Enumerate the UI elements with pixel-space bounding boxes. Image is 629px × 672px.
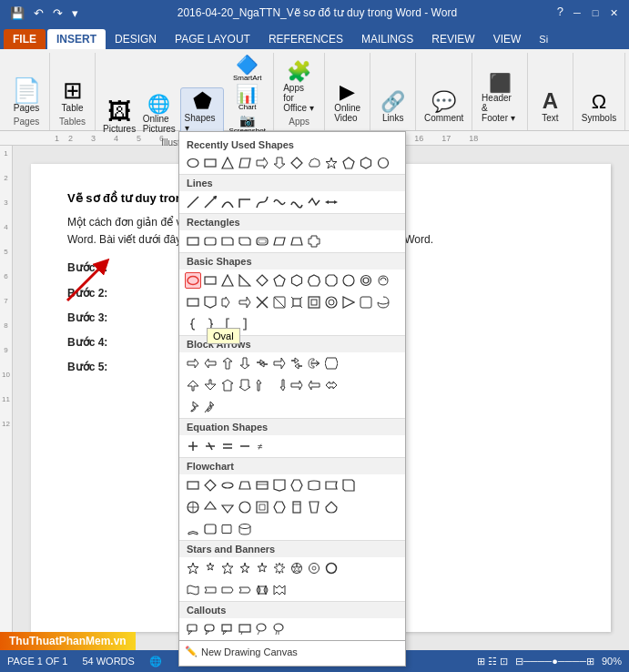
line-freeform[interactable] [306, 194, 322, 210]
line-double-arrow[interactable] [323, 194, 340, 210]
close-btn[interactable]: ✕ [605, 5, 622, 21]
rect-snip[interactable] [219, 233, 236, 249]
fc3[interactable] [219, 477, 236, 494]
fc17[interactable] [289, 499, 305, 515]
banner3[interactable] [219, 582, 236, 598]
ba20[interactable] [202, 399, 218, 415]
shape-bs6[interactable] [271, 294, 288, 311]
fc8[interactable] [306, 477, 322, 494]
shape-bs11[interactable] [358, 294, 374, 311]
ba15[interactable] [271, 377, 288, 393]
tab-insert[interactable]: INSERT [47, 29, 106, 49]
shape-diamond[interactable] [289, 155, 305, 171]
callout4[interactable] [237, 621, 253, 637]
line-s-curve[interactable] [254, 194, 270, 210]
smartart-button[interactable]: 🔷 SmartArt [226, 55, 268, 83]
star9[interactable] [323, 560, 340, 576]
pages-button[interactable]: 📄 Pages [8, 76, 45, 115]
restore-btn[interactable]: □ [587, 5, 604, 21]
callout2[interactable] [202, 621, 218, 637]
tab-file[interactable]: FILE [4, 29, 46, 49]
shape-decagon[interactable] [340, 272, 357, 289]
shape-bs3[interactable] [219, 294, 236, 311]
shape-bs12[interactable] [375, 294, 391, 311]
eq1[interactable] [185, 438, 201, 454]
rect-rounded[interactable] [202, 233, 218, 249]
tab-mailings[interactable]: MAILINGS [352, 29, 422, 49]
shape-octagon[interactable] [323, 272, 340, 289]
shape-oval[interactable] [185, 155, 201, 171]
line-scribble[interactable] [271, 194, 288, 210]
shape-hexagon2[interactable] [289, 272, 305, 289]
shape-oval-basic[interactable] [185, 272, 201, 289]
links-button[interactable]: 🔗 Links [377, 90, 410, 125]
ba16[interactable] [289, 377, 305, 393]
fc15[interactable] [254, 499, 270, 515]
shape-bracket-right[interactable] [237, 316, 253, 332]
eq4[interactable] [237, 438, 253, 454]
tab-page-layout[interactable]: PAGE LAYOUT [166, 29, 259, 49]
fc5[interactable] [254, 477, 270, 494]
header-footer-button[interactable]: ⬛ Header &Footer ▾ [478, 72, 522, 125]
star8[interactable] [306, 560, 322, 576]
fc4[interactable] [237, 477, 253, 494]
shape-gear[interactable] [358, 272, 374, 289]
save-icon[interactable]: 💾 [7, 5, 27, 22]
zoom-slider[interactable]: ⊟────●────⊞ [515, 656, 594, 667]
pictures-button[interactable]: 🖼 Pictures [100, 97, 138, 136]
shape-arrow-right[interactable] [254, 155, 270, 171]
shape-pentagon2[interactable] [271, 272, 288, 289]
shape-bs2[interactable] [202, 294, 218, 311]
star4[interactable] [237, 560, 253, 576]
minimize-btn[interactable]: ─ [569, 5, 585, 21]
rect-snip2[interactable] [237, 233, 253, 249]
line-curve[interactable] [219, 194, 236, 210]
ba11[interactable] [202, 377, 218, 393]
rect-plain[interactable] [185, 233, 201, 249]
fc1[interactable] [185, 477, 201, 494]
shape-hexagon[interactable] [358, 155, 374, 171]
banner1[interactable] [185, 582, 201, 598]
shape-pentagon[interactable] [340, 155, 357, 171]
callout3[interactable] [219, 621, 236, 637]
shape-bs7[interactable] [289, 294, 305, 311]
shape-bs1[interactable] [185, 294, 201, 311]
symbols-button[interactable]: Ω Symbols [578, 90, 620, 125]
callout1[interactable] [185, 621, 201, 637]
star2[interactable] [202, 560, 218, 576]
ba4[interactable] [237, 355, 253, 372]
eq5[interactable]: ≠ [254, 438, 270, 454]
apps-for-office-button[interactable]: 🧩 Apps forOffice ▾ [279, 60, 319, 115]
fc11[interactable] [185, 499, 201, 515]
ba3[interactable] [219, 355, 236, 372]
shape-bs10[interactable] [340, 294, 357, 311]
banner2[interactable] [202, 582, 218, 598]
customize-icon[interactable]: ▾ [69, 5, 81, 22]
shape-brace-right[interactable] [202, 316, 218, 332]
shapes-button[interactable]: ⬟ Shapes ▾ [180, 87, 225, 136]
shape-bs8[interactable] [306, 294, 322, 311]
fc9[interactable] [323, 477, 340, 494]
fc7[interactable] [289, 477, 305, 494]
new-drawing-canvas-btn[interactable]: ✏️ New Drawing Canvas [179, 640, 405, 662]
rect-trapezoid[interactable] [289, 233, 305, 249]
eq3[interactable] [219, 438, 236, 454]
tab-view[interactable]: VIEW [484, 29, 531, 49]
fc18[interactable] [306, 499, 322, 515]
online-pictures-button[interactable]: 🌐 OnlinePictures [140, 93, 178, 136]
star1[interactable] [185, 560, 201, 576]
line-elbow[interactable] [237, 194, 253, 210]
help-icon[interactable]: ? [553, 5, 567, 21]
line-squiggle[interactable] [289, 194, 305, 210]
fc23[interactable] [237, 521, 253, 537]
fc12[interactable] [202, 499, 218, 515]
ba6[interactable] [271, 355, 288, 372]
fc20[interactable] [185, 521, 201, 537]
banner5[interactable] [254, 582, 270, 598]
fc22[interactable] [219, 521, 236, 537]
eq2[interactable] [202, 438, 218, 454]
star6[interactable] [271, 560, 288, 576]
line-arrow[interactable] [202, 194, 218, 210]
shape-diamond2[interactable] [254, 272, 270, 289]
tab-review[interactable]: REVIEW [422, 29, 483, 49]
